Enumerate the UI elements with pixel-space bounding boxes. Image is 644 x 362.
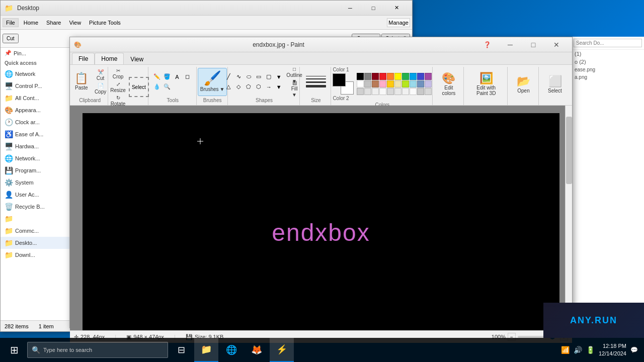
size-line-1[interactable] — [306, 76, 326, 76]
magnifier-tool[interactable]: 🔍 — [163, 82, 172, 92]
fe-close-button[interactable]: ✕ — [385, 1, 408, 16]
color-swatch-white[interactable] — [357, 80, 364, 87]
taskbar-clock[interactable]: 12:18 PM 12/14/2024 — [599, 342, 626, 358]
color-swatch-red[interactable] — [379, 73, 386, 80]
color-swatch-darkred[interactable] — [372, 73, 379, 80]
select-tool[interactable]: Select — [129, 77, 149, 97]
color-swatch-lightblue[interactable] — [410, 80, 417, 87]
edit-paint3d-button[interactable]: 🖼️ Edit with Paint 3D — [468, 70, 504, 99]
fill-tool[interactable]: 🪣 — [163, 72, 172, 81]
more-shapes-btn[interactable]: ▼ — [274, 72, 283, 81]
eraser-tool[interactable]: ◻ — [183, 72, 192, 81]
paint-minimize-btn[interactable]: ─ — [499, 37, 522, 52]
fe-maximize-button[interactable]: □ — [362, 1, 385, 16]
select-all-button[interactable]: ⬜ Select — [545, 70, 565, 99]
oval-tool[interactable]: ⬭ — [244, 72, 253, 81]
network-status-icon[interactable]: 📶 — [561, 346, 570, 354]
color-swatch-lt3[interactable] — [372, 88, 379, 95]
canvas-area[interactable]: endxbox — [70, 106, 572, 330]
copy-button[interactable]: 📄 Copy — [93, 82, 108, 95]
fe-picture-tools-tab[interactable]: Picture Tools — [86, 19, 124, 27]
battery-icon[interactable]: 🔋 — [586, 346, 595, 354]
sidebar-item-all-control[interactable]: 📁 All Cont... — [1, 92, 70, 104]
crop-button[interactable]: ✂ Crop — [108, 67, 128, 80]
pentagon-tool[interactable]: ⬠ — [244, 82, 253, 92]
file-explorer-taskbar-btn[interactable]: 📁 — [194, 338, 218, 362]
color-swatch-yellow[interactable] — [394, 73, 401, 80]
size-line-4[interactable] — [306, 85, 326, 87]
color-swatch-orange[interactable] — [387, 73, 394, 80]
color-selector[interactable] — [333, 73, 354, 95]
sidebar-item-programs[interactable]: 💾 Program... — [1, 164, 70, 176]
color-swatch-pink[interactable] — [379, 80, 386, 87]
color-swatch-green[interactable] — [402, 73, 409, 80]
color-swatch-lt1[interactable] — [357, 88, 364, 95]
color-swatch-lt8[interactable] — [410, 88, 417, 95]
edit-colors-button[interactable]: 🎨 Edit colors — [437, 70, 460, 99]
text-tool[interactable]: A — [173, 72, 182, 81]
more2-shapes-btn[interactable]: ▼ — [274, 82, 283, 92]
fe-view-tab[interactable]: View — [66, 19, 84, 27]
sidebar-item-appearance[interactable]: 🎨 Appeara... — [1, 104, 70, 116]
color-swatch-cream[interactable] — [394, 80, 401, 87]
fe-share-tab[interactable]: Share — [43, 19, 64, 27]
diamond-tool[interactable]: ◇ — [234, 82, 243, 92]
rounded-rect-tool[interactable]: ▢ — [264, 72, 273, 81]
sidebar-item-downloads[interactable]: 📁 Downl... — [1, 249, 70, 261]
sidebar-item-blank[interactable]: 📁 — [1, 213, 70, 225]
canvas[interactable]: endxbox — [83, 113, 559, 330]
taskbar-search[interactable]: 🔍 Type here to search — [27, 342, 168, 358]
sidebar-item-commc[interactable]: 📁 Commc... — [1, 225, 70, 237]
app-btn[interactable]: ⚡ — [270, 338, 294, 362]
color-swatch-black[interactable] — [357, 73, 364, 80]
color-swatch-lt7[interactable] — [402, 88, 409, 95]
color-swatch-lt6[interactable] — [394, 88, 401, 95]
vertical-scrollbar-thumb[interactable] — [566, 117, 572, 184]
sidebar-item-network2[interactable]: 🌐 Network... — [1, 152, 70, 164]
color-swatch-silver[interactable] — [364, 80, 371, 87]
triangle-tool[interactable]: △ — [224, 82, 233, 92]
sidebar-item-hardware[interactable]: 🖥️ Hardwa... — [1, 140, 70, 152]
color-swatch-lt5[interactable] — [387, 88, 394, 95]
color-swatch-lt10[interactable] — [425, 88, 432, 95]
sidebar-item-user[interactable]: 👤 User Ac... — [1, 189, 70, 201]
start-button[interactable]: ⊞ — [2, 338, 26, 362]
paint-close-btn[interactable]: ✕ — [545, 37, 568, 52]
color-swatch-steelblue[interactable] — [417, 80, 424, 87]
color-swatch-lime[interactable] — [402, 80, 409, 87]
color-swatch-lt4[interactable] — [379, 88, 386, 95]
task-view-btn[interactable]: ⊟ — [169, 338, 193, 362]
picker-tool[interactable]: 💧 — [152, 82, 162, 92]
hexagon-tool[interactable]: ⬡ — [254, 82, 263, 92]
color-swatch-purple[interactable] — [425, 73, 432, 80]
sidebar-item-clock[interactable]: 🕐 Clock ar... — [1, 116, 70, 128]
color-swatch-gray[interactable] — [364, 73, 371, 80]
paint-help-btn[interactable]: ❓ — [475, 37, 499, 52]
paint-tab-view[interactable]: View — [124, 53, 150, 64]
fe-home-tab[interactable]: Home — [21, 19, 41, 27]
paint-tab-file[interactable]: File — [72, 53, 95, 64]
fe-cut-btn[interactable]: Cut — [3, 34, 19, 43]
cut-button[interactable]: ✂️ Cut — [93, 68, 108, 81]
sidebar-item-network[interactable]: 🌐 Network — [1, 68, 70, 80]
color1-box[interactable] — [333, 73, 346, 86]
firefox-btn[interactable]: 🦊 — [245, 338, 269, 362]
notification-icon[interactable]: 💬 — [630, 346, 638, 353]
fe-file-tab[interactable]: File — [3, 18, 19, 27]
curve-tool[interactable]: ∿ — [234, 72, 243, 81]
sidebar-item-recycle[interactable]: 🗑️ Recycle B... — [1, 201, 70, 213]
size-line-3[interactable] — [306, 81, 326, 83]
color-swatch-navy[interactable] — [417, 73, 424, 80]
resize-button[interactable]: ⤢ Resize — [108, 80, 128, 94]
sidebar-item-system[interactable]: ⚙️ System — [1, 176, 70, 189]
fe-search-input[interactable] — [574, 39, 642, 47]
sidebar-item-pin[interactable]: 📌 Pin... — [1, 48, 70, 58]
fe-minimize-button[interactable]: ─ — [339, 1, 362, 16]
color-swatch-lt2[interactable] — [364, 88, 371, 95]
color-swatch-gold[interactable] — [387, 80, 394, 87]
paste-button[interactable]: 📋 Paste — [71, 68, 92, 96]
edge-btn[interactable]: 🌐 — [219, 338, 244, 362]
volume-icon[interactable]: 🔊 — [574, 346, 582, 354]
arrow-tool[interactable]: → — [264, 82, 273, 92]
line-tool[interactable]: ╱ — [224, 72, 233, 81]
